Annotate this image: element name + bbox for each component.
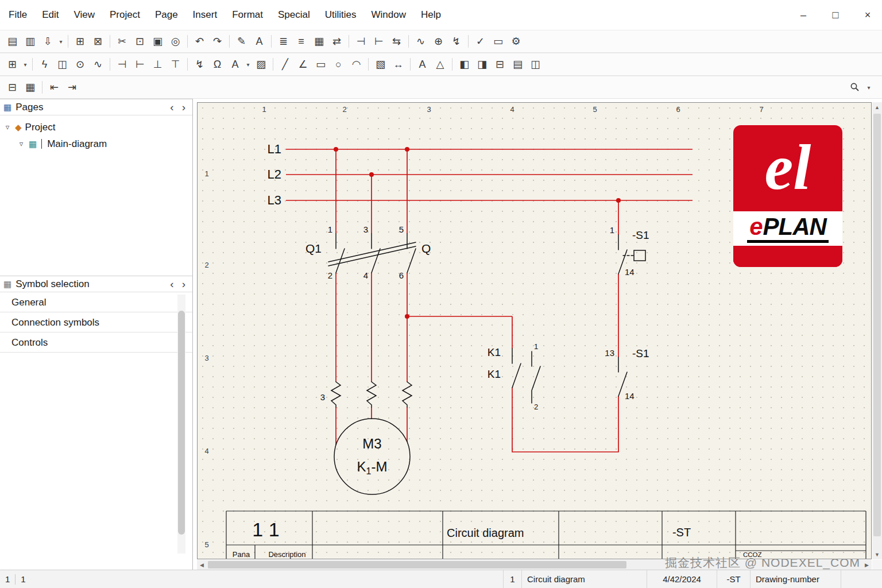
symbol-next-icon[interactable]: ›: [182, 278, 185, 289]
symbol-item-connection-symbols[interactable]: Connection symbols: [0, 312, 192, 332]
tree-item-project[interactable]: ▿ ◆ Project: [0, 119, 192, 136]
export-icon[interactable]: ⇩: [39, 33, 57, 50]
menu-project[interactable]: Project: [102, 0, 148, 30]
panel-splitter[interactable]: [0, 266, 192, 276]
redo-icon[interactable]: ↷: [208, 33, 226, 50]
scroll-left-icon[interactable]: ◀: [197, 560, 207, 570]
scroll-down-icon[interactable]: ▼: [872, 550, 882, 559]
page-preview-icon[interactable]: ⊟: [3, 79, 21, 96]
arc-icon[interactable]: ◠: [347, 56, 365, 73]
menu-special[interactable]: Special: [270, 0, 318, 30]
image-icon[interactable]: ▨: [252, 56, 270, 73]
symbol-panel-scrollbar[interactable]: [177, 295, 185, 554]
t-node-left-icon[interactable]: ⊣: [113, 56, 131, 73]
k1-contact-symbol[interactable]: [512, 349, 540, 403]
menu-help[interactable]: Help: [413, 0, 448, 30]
q1-breaker-symbol[interactable]: [328, 234, 416, 273]
insert-page-icon[interactable]: ⊞: [71, 33, 89, 50]
cable-icon[interactable]: ∿: [89, 56, 107, 73]
vertical-scrollbar[interactable]: ▲ ▼: [872, 102, 882, 559]
maximize-button[interactable]: □: [827, 9, 844, 21]
project-expander-icon[interactable]: ▿: [3, 123, 11, 131]
device-navigator-icon[interactable]: ≣: [274, 33, 292, 50]
align-right-icon[interactable]: ⊢: [370, 33, 388, 50]
hatch-icon[interactable]: ▧: [372, 56, 389, 73]
symbol-panel-scroll-thumb[interactable]: [178, 311, 185, 535]
check-icon[interactable]: ✓: [471, 33, 489, 50]
distribute-icon[interactable]: ⇆: [388, 33, 405, 50]
user-search-icon[interactable]: [846, 79, 864, 96]
interruption-point-icon[interactable]: ↯: [191, 56, 208, 73]
menu-view[interactable]: View: [66, 0, 102, 30]
align-left-icon[interactable]: ⊣: [352, 33, 370, 50]
tree-item-main-diagram[interactable]: ▿ ▦ Main-diagram: [0, 136, 192, 152]
print-icon[interactable]: ▤: [3, 33, 21, 50]
graphic-preview-icon[interactable]: ▦: [21, 79, 39, 96]
device-icon[interactable]: ◫: [53, 56, 71, 73]
text-tool-icon[interactable]: A: [226, 56, 244, 73]
t-node-up-icon[interactable]: ⊥: [149, 56, 167, 73]
menu-page[interactable]: Page: [148, 0, 185, 30]
scroll-up-icon[interactable]: ▲: [872, 102, 882, 112]
undo-icon[interactable]: ↶: [191, 33, 208, 50]
symbol-prev-icon[interactable]: ‹: [170, 278, 173, 289]
text-icon[interactable]: A: [250, 33, 268, 50]
menu-format[interactable]: Format: [225, 0, 270, 30]
settings-icon[interactable]: ⚙: [507, 33, 525, 50]
grid-icon[interactable]: ⊞: [3, 56, 21, 73]
motor-symbol[interactable]: [334, 419, 410, 494]
title-block-icon[interactable]: ▤: [509, 56, 527, 73]
junction-icon[interactable]: ⊕: [430, 33, 447, 50]
user-search-caret-icon[interactable]: ▾: [865, 79, 873, 96]
t-node-down-icon[interactable]: ⊤: [167, 56, 184, 73]
cross-reference-icon[interactable]: ⇄: [328, 33, 346, 50]
sheet-icon[interactable]: ⊟: [491, 56, 509, 73]
delete-page-icon[interactable]: ⊠: [89, 33, 107, 50]
plot-frame-icon[interactable]: ◨: [473, 56, 491, 73]
grid-caret-icon[interactable]: ▾: [21, 56, 29, 73]
message-list-icon[interactable]: ▭: [489, 33, 507, 50]
potential-icon[interactable]: Ω: [208, 56, 226, 73]
terminal-icon[interactable]: ⊙: [71, 56, 89, 73]
cut-icon[interactable]: ✂: [113, 33, 131, 50]
pages-next-icon[interactable]: ›: [182, 102, 185, 113]
minimize-button[interactable]: –: [795, 9, 812, 21]
print-preview-icon[interactable]: ▥: [21, 33, 39, 50]
line-icon[interactable]: ╱: [276, 56, 294, 73]
horizontal-scroll-thumb[interactable]: [208, 561, 626, 568]
text-caret-icon[interactable]: ▾: [244, 56, 252, 73]
insert-before-icon[interactable]: ⇤: [45, 79, 63, 96]
copy-icon[interactable]: ⊡: [131, 33, 149, 50]
close-button[interactable]: ×: [859, 9, 876, 21]
connection-icon[interactable]: ∿: [412, 33, 430, 50]
edit-icon[interactable]: ✎: [233, 33, 250, 50]
menu-file[interactable]: Fitle: [1, 0, 34, 30]
symbol-item-general[interactable]: General: [0, 292, 192, 312]
dimension-icon[interactable]: ↔: [389, 56, 407, 73]
columns-icon[interactable]: ◫: [527, 56, 544, 73]
vertical-scroll-thumb[interactable]: [873, 114, 881, 536]
overload-resistors[interactable]: [331, 382, 412, 407]
insert-after-icon[interactable]: ⇥: [63, 79, 81, 96]
t-node-right-icon[interactable]: ⊢: [131, 56, 149, 73]
paste-icon[interactable]: ▣: [149, 33, 167, 50]
report-icon[interactable]: ▦: [310, 33, 328, 50]
circle-icon[interactable]: ○: [330, 56, 347, 73]
page-navigator-icon[interactable]: ≡: [292, 33, 310, 50]
rectangle-icon[interactable]: ▭: [312, 56, 330, 73]
menu-window[interactable]: Window: [364, 0, 413, 30]
symbol-item-controls[interactable]: Controls: [0, 332, 192, 353]
polyline-icon[interactable]: ∠: [294, 56, 312, 73]
export-caret-icon[interactable]: ▾: [57, 33, 65, 50]
s1-bottom-contact-symbol[interactable]: [618, 357, 627, 396]
search-icon[interactable]: ◎: [167, 33, 184, 50]
symbol-icon[interactable]: ϟ: [36, 56, 53, 73]
menu-edit[interactable]: Edit: [34, 0, 66, 30]
menu-insert[interactable]: Insert: [185, 0, 225, 30]
page-expander-icon[interactable]: ▿: [17, 140, 25, 148]
drawing-canvas[interactable]: 1 2 3 4 5 6 7 1 2 3 4 5: [197, 102, 872, 559]
frame-icon[interactable]: ◧: [455, 56, 473, 73]
menu-utilities[interactable]: Utilities: [318, 0, 364, 30]
interruption-icon[interactable]: ↯: [447, 33, 465, 50]
scroll-right-icon[interactable]: ▶: [862, 560, 872, 570]
